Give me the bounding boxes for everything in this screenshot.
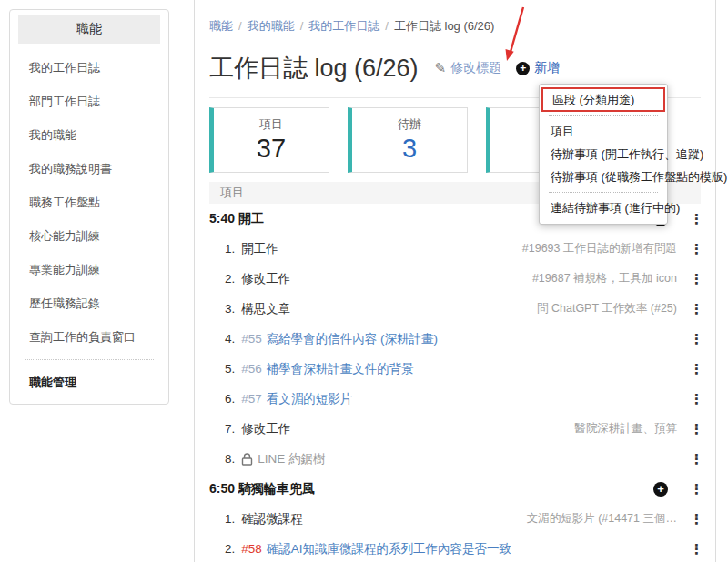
page-title: 工作日誌 log (6/26): [209, 52, 419, 85]
menu-divider: [549, 192, 658, 193]
kebab-menu-icon[interactable]: ⋮: [690, 211, 701, 227]
item-link[interactable]: 確認AI知識庫微課程的系列工作內容是否一致: [267, 541, 511, 557]
add-menu-item[interactable]: 待辦事項 (開工作執行、追蹤): [540, 143, 667, 166]
section-title: 5:40 開工: [209, 211, 264, 227]
item-title: 確認微課程: [241, 511, 303, 527]
stat-label: 待辦: [352, 116, 467, 133]
sidebar-item[interactable]: 我的職務說明書: [10, 152, 168, 186]
add-button-label: 新增: [534, 60, 560, 76]
item-number: 3.: [225, 302, 235, 316]
sidebar-divider: [25, 359, 154, 360]
item-number: 8.: [225, 452, 235, 466]
item-link[interactable]: 補學會深耕計畫文件的背景: [267, 361, 414, 377]
add-button[interactable]: + 新增: [516, 60, 560, 76]
kebab-menu-icon[interactable]: ⋮: [690, 541, 701, 557]
sidebar-item[interactable]: 專業能力訓練: [10, 253, 168, 286]
sidebar-item[interactable]: 查詢工作的負責窗口: [10, 320, 168, 354]
item-number: 7.: [225, 422, 235, 436]
item-ref: #58: [241, 542, 262, 556]
item-note: #19693 工作日誌的新增有問題: [522, 241, 677, 256]
sidebar: 職能 我的工作日誌部門工作日誌我的職能我的職務說明書職務工作盤點核心能力訓練專業…: [9, 9, 169, 405]
stat-label: 項目: [214, 116, 329, 133]
pencil-icon: ✎: [435, 60, 447, 76]
item-link[interactable]: 看文湄的短影片: [267, 391, 353, 407]
breadcrumb-separator: /: [300, 19, 304, 33]
sidebar-item[interactable]: 職務工作盤點: [10, 186, 168, 219]
item-note: 文湄的短影片 (#14471 三個…: [527, 511, 677, 527]
item-link[interactable]: 寫給學會的信件內容 (深耕計畫): [267, 331, 438, 347]
item-title: 開工作: [241, 241, 278, 257]
kebab-menu-icon[interactable]: ⋮: [690, 511, 701, 527]
item-note: #19687 補規格，工具加 icon: [532, 271, 677, 286]
item-title: 修改工作: [241, 421, 290, 437]
sidebar-item[interactable]: 我的工作日誌: [10, 51, 168, 85]
sidebar-header: 職能: [18, 15, 160, 44]
item-note: 醫院深耕計畫、預算: [575, 421, 678, 437]
item-number: 5.: [225, 362, 235, 376]
list-item: 3.構思文章問 ChatGPT 工作效率 (#25)⋮: [209, 294, 701, 324]
item-number: 4.: [225, 332, 235, 346]
item-title: 修改工作: [241, 271, 290, 287]
list-item: 2.修改工作#19687 補規格，工具加 icon⋮: [209, 264, 701, 294]
list-item: 2.#58確認AI知識庫微課程的系列工作內容是否一致⋮: [209, 534, 701, 562]
stat-card: 待辦3: [348, 107, 468, 173]
sidebar-item[interactable]: 部門工作日誌: [10, 85, 168, 118]
breadcrumb-separator: /: [385, 19, 389, 33]
sidebar-item[interactable]: 核心能力訓練: [10, 219, 168, 253]
kebab-menu-icon[interactable]: ⋮: [690, 421, 701, 437]
breadcrumb-current: 工作日誌 log (6/26): [394, 19, 495, 33]
item-note: 問 ChatGPT 工作效率 (#25): [537, 301, 677, 316]
sidebar-item-management[interactable]: 職能管理: [10, 366, 168, 393]
list-item: 6.#57看文湄的短影片⋮: [209, 384, 701, 414]
breadcrumb-separator: /: [238, 19, 242, 33]
edit-title-label: 修改標題: [450, 60, 501, 76]
item-title-muted: LINE 約鋸樹: [258, 451, 325, 467]
add-menu-item[interactable]: 項目: [540, 120, 667, 143]
kebab-menu-icon[interactable]: ⋮: [690, 391, 701, 407]
kebab-menu-icon[interactable]: ⋮: [690, 481, 701, 497]
breadcrumb-link[interactable]: 我的職能: [248, 19, 295, 33]
add-menu: 區段 (分類用途)項目待辦事項 (開工作執行、追蹤)待辦事項 (從職務工作盤點的…: [539, 84, 668, 225]
list-item: 1.確認微課程文湄的短影片 (#14471 三個…⋮: [209, 504, 701, 534]
breadcrumb: 職能/我的職能/我的工作日誌/工作日誌 log (6/26): [209, 19, 701, 34]
kebab-menu-icon[interactable]: ⋮: [690, 271, 701, 287]
title-row: 工作日誌 log (6/26) ✎ 修改標題 + 新增: [209, 52, 701, 85]
stat-value: 37: [214, 134, 329, 164]
item-ref: #56: [241, 362, 262, 376]
lock-icon: [241, 453, 253, 466]
sidebar-item[interactable]: 我的職能: [10, 118, 168, 152]
section-title: 6:50 騎獨輪車兜風: [209, 481, 315, 497]
kebab-menu-icon[interactable]: ⋮: [690, 451, 701, 467]
item-number: 6.: [225, 392, 235, 406]
add-menu-item[interactable]: 待辦事項 (從職務工作盤點的模版): [540, 166, 667, 188]
kebab-menu-icon[interactable]: ⋮: [690, 331, 701, 347]
add-menu-item-highlighted[interactable]: 區段 (分類用途): [541, 87, 665, 112]
section-header: 6:50 騎獨輪車兜風+⋮: [209, 474, 701, 504]
edit-title-button[interactable]: ✎ 修改標題: [435, 60, 502, 76]
stat-value: 3: [352, 134, 467, 164]
list-item: 1.開工作#19693 工作日誌的新增有問題⋮: [209, 234, 701, 264]
item-ref: #55: [241, 332, 262, 346]
breadcrumb-link[interactable]: 職能: [209, 19, 233, 33]
item-number: 2.: [225, 272, 235, 286]
list-item: 4.#55寫給學會的信件內容 (深耕計畫)⋮: [209, 324, 701, 354]
kebab-menu-icon[interactable]: ⋮: [690, 241, 701, 257]
menu-divider: [549, 115, 658, 116]
sidebar-item[interactable]: 歷任職務記錄: [10, 286, 168, 320]
stat-card: 項目37: [209, 107, 329, 173]
kebab-menu-icon[interactable]: ⋮: [690, 361, 701, 377]
kebab-menu-icon[interactable]: ⋮: [690, 301, 701, 317]
page: 職能 我的工作日誌部門工作日誌我的職能我的職務說明書職務工作盤點核心能力訓練專業…: [0, 0, 728, 562]
add-menu-item[interactable]: 連結待辦事項 (進行中的): [540, 196, 667, 219]
item-number: 1.: [225, 512, 235, 526]
plus-circle-icon: +: [516, 62, 530, 75]
breadcrumb-link[interactable]: 我的工作日誌: [308, 19, 379, 33]
list-item: 7.修改工作醫院深耕計畫、預算⋮: [209, 414, 701, 444]
item-number: 2.: [225, 542, 235, 556]
list-item: 8.LINE 約鋸樹⋮: [209, 444, 701, 474]
item-table-body: 5:40 開工+⋮1.開工作#19693 工作日誌的新增有問題⋮2.修改工作#1…: [209, 204, 701, 562]
sidebar-menu: 我的工作日誌部門工作日誌我的職能我的職務說明書職務工作盤點核心能力訓練專業能力訓…: [10, 51, 168, 354]
add-item-icon[interactable]: +: [653, 482, 668, 497]
item-ref: #57: [241, 392, 262, 406]
list-item: 5.#56補學會深耕計畫文件的背景⋮: [209, 354, 701, 384]
